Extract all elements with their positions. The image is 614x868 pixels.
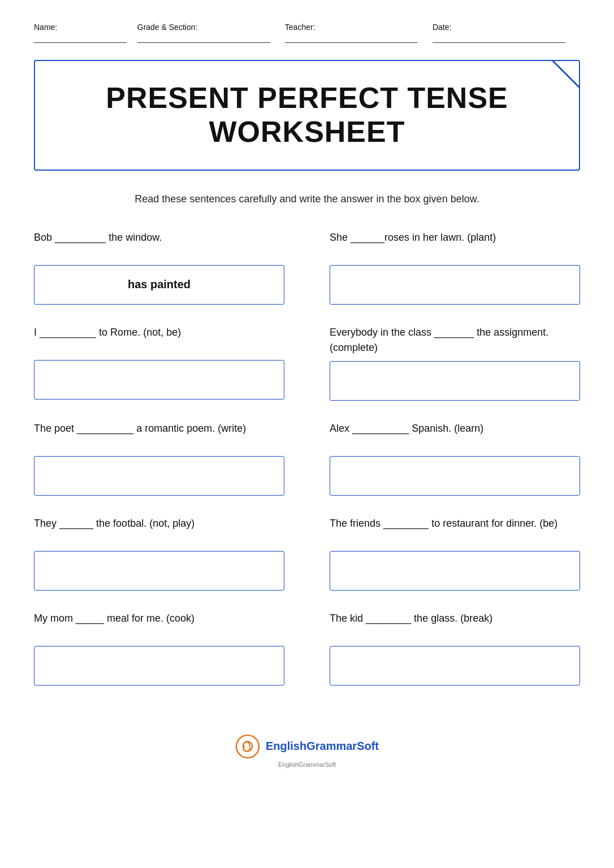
answer-box-3[interactable]	[34, 360, 284, 400]
question-block-7: They ______ the footbal. (not, play)	[34, 516, 284, 591]
answer-box-2[interactable]	[330, 265, 580, 305]
svg-point-0	[236, 735, 259, 758]
grade-field: Grade & Section:	[137, 23, 285, 43]
question-block-10: The kid ________ the glass. (break)	[330, 611, 580, 685]
answer-box-7[interactable]	[34, 551, 284, 591]
questions-grid: Bob _________ the window.has paintedShe …	[34, 230, 580, 706]
teacher-field: Teacher:	[285, 23, 433, 43]
title-line1: PRESENT PERFECT TENSE	[106, 81, 508, 114]
date-field: Date:	[433, 23, 580, 43]
question-text-6: Alex __________ Spanish. (learn)	[330, 421, 580, 450]
question-block-2: She ______roses in her lawn. (plant)	[330, 230, 580, 305]
name-field: Name:	[34, 23, 137, 43]
answer-box-1[interactable]: has painted	[34, 265, 284, 305]
worksheet-title: PRESENT PERFECT TENSE WORKSHEET	[58, 81, 556, 149]
question-block-6: Alex __________ Spanish. (learn)	[330, 421, 580, 496]
question-text-3: I __________ to Rome. (not, be)	[34, 325, 284, 354]
answer-box-8[interactable]	[330, 551, 580, 591]
question-text-8: The friends ________ to restaurant for d…	[330, 516, 580, 545]
date-underline	[433, 33, 565, 43]
name-label: Name:	[34, 23, 137, 32]
title-box: PRESENT PERFECT TENSE WORKSHEET	[34, 60, 580, 171]
grade-label: Grade & Section:	[137, 23, 285, 32]
answer-box-10[interactable]	[330, 646, 580, 685]
title-line2: WORKSHEET	[209, 115, 405, 148]
question-block-5: The poet __________ a romantic poem. (wr…	[34, 421, 284, 496]
brand-icon	[235, 734, 260, 759]
question-block-3: I __________ to Rome. (not, be)	[34, 325, 284, 401]
answer-box-9[interactable]	[34, 646, 284, 685]
answer-box-6[interactable]	[330, 456, 580, 496]
teacher-label: Teacher:	[285, 23, 433, 32]
name-underline	[34, 33, 127, 43]
question-text-2: She ______roses in her lawn. (plant)	[330, 230, 580, 259]
teacher-underline	[285, 33, 418, 43]
question-block-9: My mom _____ meal for me. (cook)	[34, 611, 284, 685]
header-row: Name: Grade & Section: Teacher: Date:	[34, 23, 580, 43]
question-text-7: They ______ the footbal. (not, play)	[34, 516, 284, 545]
date-label: Date:	[433, 23, 580, 32]
answer-box-5[interactable]	[34, 456, 284, 496]
question-block-1: Bob _________ the window.has painted	[34, 230, 284, 305]
question-block-4: Everybody in the class _______ the assig…	[330, 325, 580, 401]
footer-sub: EnglishGrammarSoft	[278, 761, 336, 768]
question-text-10: The kid ________ the glass. (break)	[330, 611, 580, 640]
brand-name: EnglishGrammarSoft	[266, 740, 379, 753]
question-text-9: My mom _____ meal for me. (cook)	[34, 611, 284, 640]
question-text-1: Bob _________ the window.	[34, 230, 284, 259]
answer-box-4[interactable]	[330, 361, 580, 401]
footer: EnglishGrammarSoft EnglishGrammarSoft	[34, 734, 580, 768]
question-text-5: The poet __________ a romantic poem. (wr…	[34, 421, 284, 450]
grade-underline	[137, 33, 270, 43]
question-text-4: Everybody in the class _______ the assig…	[330, 325, 580, 355]
instruction-text: Read these sentences carefully and write…	[34, 193, 580, 205]
question-block-8: The friends ________ to restaurant for d…	[330, 516, 580, 591]
footer-logo: EnglishGrammarSoft	[235, 734, 379, 759]
